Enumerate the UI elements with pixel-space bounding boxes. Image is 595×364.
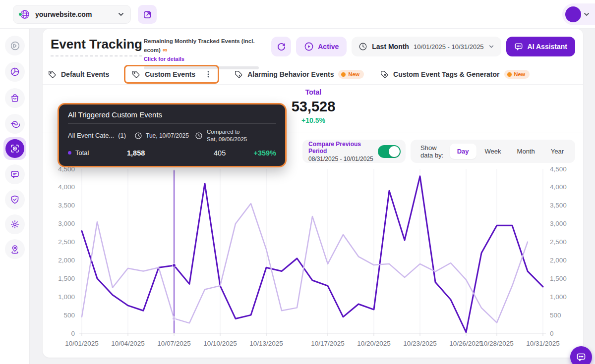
sidebar-item-events-active[interactable]: [3, 137, 26, 160]
tooltip-title: All Triggered Custom Events: [68, 110, 276, 124]
date-range-selector[interactable]: Last Month 10/01/2025 - 10/31/2025: [352, 37, 501, 56]
left-sidebar: [0, 29, 30, 364]
shield-check-icon: [10, 195, 20, 205]
new-badge: New: [504, 70, 530, 79]
sidebar-item-locations[interactable]: [5, 239, 25, 259]
category-count: (1): [118, 132, 126, 139]
compared-date: Sat, 09/06/2025: [207, 136, 247, 142]
svg-text:10/04/2025: 10/04/2025: [111, 340, 145, 347]
gear-icon: [10, 219, 20, 229]
tooltip-category: All Event Cate...(1): [68, 132, 134, 139]
svg-text:2,500: 2,500: [550, 238, 567, 246]
active-label: Active: [318, 43, 339, 51]
play-circle-icon: [304, 42, 314, 52]
chevron-down-icon: [583, 11, 590, 18]
tooltip-date: Tue, 10/07/2025: [134, 132, 195, 140]
tab-label: Alarming Behavior Events: [247, 70, 334, 78]
svg-text:1,000: 1,000: [58, 293, 75, 301]
svg-text:500: 500: [550, 312, 561, 319]
tab-label: Default Events: [61, 70, 109, 78]
active-status-button[interactable]: Active: [296, 37, 347, 56]
svg-text:4,000: 4,000: [550, 183, 567, 191]
chat-bubble-icon: [10, 169, 20, 179]
sidebar-item-settings[interactable]: [5, 214, 25, 234]
sidebar-item-feedback[interactable]: [5, 164, 25, 184]
tab-default-events[interactable]: Default Events: [48, 70, 109, 79]
svg-text:10/20/2025: 10/20/2025: [357, 340, 391, 347]
granularity-year[interactable]: Year: [543, 144, 571, 159]
tab-label: Custom Event Tags & Generator: [393, 70, 499, 78]
compared-to-label: Compared to: [207, 129, 239, 135]
globe-icon: [19, 9, 30, 20]
avatar: [565, 6, 581, 22]
svg-text:1,000: 1,000: [550, 293, 567, 301]
sidebar-item-ecommerce[interactable]: [5, 88, 25, 108]
tag-icon: [48, 70, 57, 79]
pie-chart-icon: [10, 67, 20, 77]
granularity-month[interactable]: Month: [510, 144, 542, 159]
kebab-menu-icon[interactable]: [205, 70, 212, 78]
svg-text:10/17/2025: 10/17/2025: [311, 340, 345, 347]
period-label: Last Month: [372, 43, 409, 51]
svg-text:10/13/2025: 10/13/2025: [249, 340, 283, 347]
svg-text:2,000: 2,000: [58, 257, 75, 264]
tag-generator-icon: [380, 70, 389, 79]
spiral-icon: [10, 119, 20, 129]
website-selector[interactable]: yourwebsite.com: [13, 5, 131, 24]
svg-text:500: 500: [63, 312, 75, 319]
svg-text:2,500: 2,500: [58, 238, 75, 246]
refresh-icon: [277, 42, 286, 52]
support-chat-fab[interactable]: [570, 346, 592, 364]
chart-tooltip: All Triggered Custom Events All Event Ca…: [58, 103, 287, 167]
series-dot: [68, 151, 71, 155]
tab-alarming-behavior-events[interactable]: Alarming Behavior Events New: [234, 70, 364, 79]
svg-text:4,000: 4,000: [58, 183, 75, 191]
tab-custom-event-tags-generator[interactable]: Custom Event Tags & Generator New: [380, 70, 530, 79]
ai-assistant-button[interactable]: AI Assistant: [506, 37, 575, 56]
chevron-down-icon: [118, 11, 124, 18]
total-label: Total: [279, 88, 348, 96]
tooltip-previous-value: 405: [214, 149, 253, 157]
chevron-down-icon: [488, 44, 494, 50]
arrow-right-circle-icon: [10, 41, 20, 51]
status-dot: [18, 12, 22, 16]
granularity-day[interactable]: Day: [450, 144, 476, 159]
compare-range: 08/31/2025 - 10/01/2025: [308, 156, 378, 162]
events-line-chart[interactable]: 10/01/202510/04/202510/07/202510/10/2025…: [43, 163, 583, 358]
svg-text:10/01/2025: 10/01/2025: [65, 340, 99, 347]
tooltip-values-row: Total 1,858 405 +359%: [68, 149, 276, 157]
ai-assistant-label: AI Assistant: [528, 43, 567, 51]
click-for-details-link[interactable]: Click for details: [144, 56, 184, 62]
refresh-button[interactable]: [271, 37, 291, 56]
svg-text:3,500: 3,500: [58, 202, 75, 209]
total-summary: Total 53,528 +10.5%: [279, 88, 348, 124]
svg-text:0: 0: [71, 330, 75, 337]
tab-custom-events[interactable]: Custom Events: [124, 65, 219, 84]
tooltip-compared: Compared toSat, 09/06/2025: [195, 128, 247, 143]
sidebar-item-dashboard[interactable]: [5, 62, 25, 82]
total-change: +10.5%: [279, 116, 348, 124]
chat-bubble-icon: [514, 42, 523, 51]
chart-area: 10/01/202510/04/202510/07/202510/10/2025…: [43, 163, 583, 358]
clock-icon: [134, 132, 142, 140]
tag-icon: [131, 70, 140, 79]
clock-icon: [358, 42, 367, 51]
event-tracking-panel: Event Tracking Remaining Monthly Tracked…: [43, 29, 583, 358]
badge-dot: [507, 72, 512, 77]
new-badge: New: [338, 70, 364, 79]
sidebar-item-privacy[interactable]: [5, 190, 25, 209]
location-pin-icon: [10, 244, 20, 254]
svg-text:3,000: 3,000: [550, 220, 567, 227]
events-tabs: Default Events Custom Events Alarming Be…: [48, 64, 530, 84]
svg-text:4,500: 4,500: [550, 165, 567, 173]
compare-toggle-on[interactable]: [378, 145, 401, 158]
top-bar: yourwebsite.com: [0, 0, 595, 29]
account-menu[interactable]: [562, 3, 595, 25]
open-external-button[interactable]: [138, 5, 157, 24]
granularity-week[interactable]: Week: [477, 144, 509, 159]
compare-label: Compare Previous Period: [308, 141, 378, 155]
sidebar-item-recordings[interactable]: [5, 114, 25, 134]
svg-text:10/31/2025: 10/31/2025: [526, 340, 560, 347]
clock-icon: [195, 132, 203, 140]
sidebar-item-collapse[interactable]: [5, 36, 25, 55]
